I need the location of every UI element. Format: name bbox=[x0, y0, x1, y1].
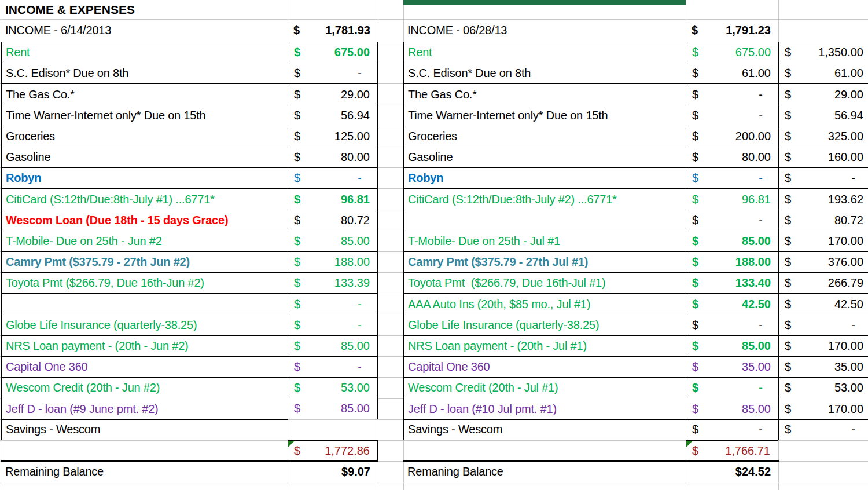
amount-cell[interactable]: $85.00 bbox=[686, 398, 778, 419]
period-total-cell[interactable]: $170.00 bbox=[778, 231, 868, 251]
period-total-cell[interactable]: $80.72 bbox=[778, 210, 868, 231]
amount-cell[interactable]: $61.00 bbox=[686, 63, 778, 83]
amount-cell[interactable]: $80.72 bbox=[288, 210, 378, 231]
period-total-cell[interactable]: $53.00 bbox=[778, 377, 868, 398]
amount-cell[interactable]: $- bbox=[686, 167, 778, 188]
expense-label-cell[interactable]: T-Mobile- Due on 25th - Jun #2 bbox=[1, 231, 288, 251]
amount-cell[interactable]: $85.00 bbox=[288, 335, 378, 356]
period-total-cell[interactable]: $1,350.00 bbox=[778, 42, 868, 63]
expense-label-cell[interactable]: The Gas Co.* bbox=[1, 83, 288, 104]
remaining-balance-value-right[interactable]: $24.52 bbox=[686, 461, 778, 482]
expense-label-cell[interactable]: Capital One 360 bbox=[1, 356, 288, 377]
remaining-balance-value-left[interactable]: $9.07 bbox=[288, 461, 378, 482]
period-total-cell[interactable]: $170.00 bbox=[778, 335, 868, 356]
amount-cell[interactable]: $- bbox=[288, 167, 378, 188]
amount-cell[interactable]: $- bbox=[288, 293, 378, 314]
period-total-cell[interactable]: $42.50 bbox=[778, 293, 868, 314]
expense-label-cell[interactable]: Globe Life Insurance (quarterly-38.25) bbox=[1, 315, 288, 335]
expense-label-cell[interactable]: Groceries bbox=[403, 126, 686, 147]
amount-cell[interactable]: $85.00 bbox=[288, 231, 378, 251]
expense-label-cell[interactable]: T-Mobile- Due on 25th - Jul #1 bbox=[403, 231, 686, 251]
expense-label-cell[interactable]: Robyn bbox=[1, 167, 288, 188]
period-total-cell[interactable]: $325.00 bbox=[778, 126, 868, 147]
expense-label-cell[interactable]: Groceries bbox=[1, 126, 288, 147]
subtotal-cell[interactable]: $1,772.86 bbox=[288, 440, 378, 461]
expense-label-cell[interactable]: Wescom Loan (Due 18th - 15 days Grace) bbox=[1, 210, 288, 231]
remaining-balance-label-left[interactable]: Remaining Balance bbox=[1, 461, 288, 482]
amount-cell[interactable]: $96.81 bbox=[686, 188, 778, 209]
expense-label-cell[interactable]: Capital One 360 bbox=[403, 356, 686, 377]
amount-cell[interactable]: $80.00 bbox=[686, 147, 778, 167]
amount-cell[interactable]: $133.40 bbox=[686, 272, 778, 293]
expense-label-cell[interactable]: The Gas Co.* bbox=[403, 83, 686, 104]
amount-cell[interactable]: $188.00 bbox=[686, 251, 778, 272]
expense-label-cell[interactable]: Gasoline bbox=[403, 147, 686, 167]
expense-label-cell[interactable]: Time Warner-Internet only* Due on 15th bbox=[1, 105, 288, 126]
empty-cell[interactable] bbox=[288, 419, 378, 440]
amount-cell[interactable]: $- bbox=[686, 315, 778, 335]
subtotal-cell[interactable]: $1,766.71 bbox=[686, 440, 778, 461]
expense-label-cell[interactable]: Savings - Wescom bbox=[1, 419, 288, 440]
remaining-balance-label-right[interactable]: Remaning Balance bbox=[403, 461, 686, 482]
amount-cell[interactable]: $125.00 bbox=[288, 126, 378, 147]
expense-label-cell[interactable]: S.C. Edison* Due on 8th bbox=[1, 63, 288, 83]
expense-label-cell[interactable]: Gasoline bbox=[1, 147, 288, 167]
amount-cell[interactable]: $- bbox=[686, 105, 778, 126]
expense-label-cell[interactable]: Time Warner-Internet only* Due on 15th bbox=[403, 105, 686, 126]
empty-cell[interactable] bbox=[778, 440, 868, 461]
expense-label-cell[interactable]: Globe Life Insurance (quarterly-38.25) bbox=[403, 315, 686, 335]
income-amount-right[interactable]: $ 1,791.23 bbox=[686, 19, 778, 42]
period-total-cell[interactable]: $160.00 bbox=[778, 147, 868, 167]
income-label-left[interactable]: INCOME - 6/14/2013 bbox=[1, 19, 288, 42]
expense-label-cell[interactable]: Savings - Wescom bbox=[403, 419, 686, 440]
amount-cell[interactable]: $56.94 bbox=[288, 105, 378, 126]
amount-cell[interactable]: $- bbox=[288, 315, 378, 335]
amount-cell[interactable]: $- bbox=[288, 356, 378, 377]
amount-cell[interactable]: $42.50 bbox=[686, 293, 778, 314]
expense-label-cell[interactable]: S.C. Edison* Due on 8th bbox=[403, 63, 686, 83]
amount-cell[interactable]: $200.00 bbox=[686, 126, 778, 147]
expense-label-cell[interactable]: NRS Loan payment - (20th - Jul #1) bbox=[403, 335, 686, 356]
income-amount-left[interactable]: $ 1,781.93 bbox=[288, 19, 378, 42]
amount-cell[interactable]: $675.00 bbox=[686, 42, 778, 63]
period-total-cell[interactable]: $29.00 bbox=[778, 83, 868, 104]
amount-cell[interactable]: $- bbox=[288, 63, 378, 83]
empty-cell[interactable] bbox=[1, 440, 288, 461]
expense-label-cell[interactable]: Wescom Credit (20th - Jun #2) bbox=[1, 377, 288, 398]
period-total-cell[interactable]: $193.62 bbox=[778, 188, 868, 209]
amount-cell[interactable]: $85.00 bbox=[686, 335, 778, 356]
amount-cell[interactable]: $133.39 bbox=[288, 272, 378, 293]
expense-label-cell[interactable]: Wescom Credit (20th - Jul #1) bbox=[403, 377, 686, 398]
empty-cell[interactable] bbox=[403, 440, 686, 461]
amount-cell[interactable]: $- bbox=[686, 377, 778, 398]
period-total-cell[interactable]: $61.00 bbox=[778, 63, 868, 83]
expense-label-cell[interactable]: Robyn bbox=[403, 167, 686, 188]
amount-cell[interactable]: $29.00 bbox=[288, 83, 378, 104]
amount-cell[interactable]: $80.00 bbox=[288, 147, 378, 167]
period-total-cell[interactable]: $266.79 bbox=[778, 272, 868, 293]
amount-cell[interactable]: $675.00 bbox=[288, 42, 378, 63]
amount-cell[interactable]: $188.00 bbox=[288, 251, 378, 272]
period-total-cell[interactable]: $170.00 bbox=[778, 398, 868, 419]
amount-cell[interactable]: $85.00 bbox=[288, 398, 378, 419]
period-total-cell[interactable]: $56.94 bbox=[778, 105, 868, 126]
expense-label-cell[interactable]: Camry Pmt ($375.79 - 27th Jun #2) bbox=[1, 251, 288, 272]
expense-label-cell[interactable]: CitiCard (S:12th/Due:8th-July #2) ...677… bbox=[403, 188, 686, 209]
period-total-cell[interactable]: $- bbox=[778, 419, 868, 440]
expense-label-cell[interactable] bbox=[403, 210, 686, 231]
green-header-cell[interactable] bbox=[403, 0, 686, 5]
expense-label-cell[interactable]: Rent bbox=[403, 42, 686, 63]
expense-label-cell[interactable]: Toyota Pmt ($266.79, Due 16th-Jul #1) bbox=[403, 272, 686, 293]
amount-cell[interactable]: $96.81 bbox=[288, 188, 378, 209]
income-label-right[interactable]: INCOME - 06/28/13 bbox=[403, 19, 686, 42]
period-total-cell[interactable]: $35.00 bbox=[778, 356, 868, 377]
amount-cell[interactable]: $85.00 bbox=[686, 231, 778, 251]
expense-label-cell[interactable] bbox=[1, 293, 288, 314]
expense-label-cell[interactable]: Jeff D - loan (#9 June pmt. #2) bbox=[1, 398, 288, 419]
amount-cell[interactable]: $53.00 bbox=[288, 377, 378, 398]
sheet-title-cell[interactable]: INCOME & EXPENSES bbox=[1, 0, 288, 19]
period-total-cell[interactable]: $- bbox=[778, 315, 868, 335]
period-total-cell[interactable]: $376.00 bbox=[778, 251, 868, 272]
expense-label-cell[interactable]: CitiCard (S:12th/Due:8th-July #1) ...677… bbox=[1, 188, 288, 209]
expense-label-cell[interactable]: AAA Auto Ins (20th, $85 mo., Jul #1) bbox=[403, 293, 686, 314]
